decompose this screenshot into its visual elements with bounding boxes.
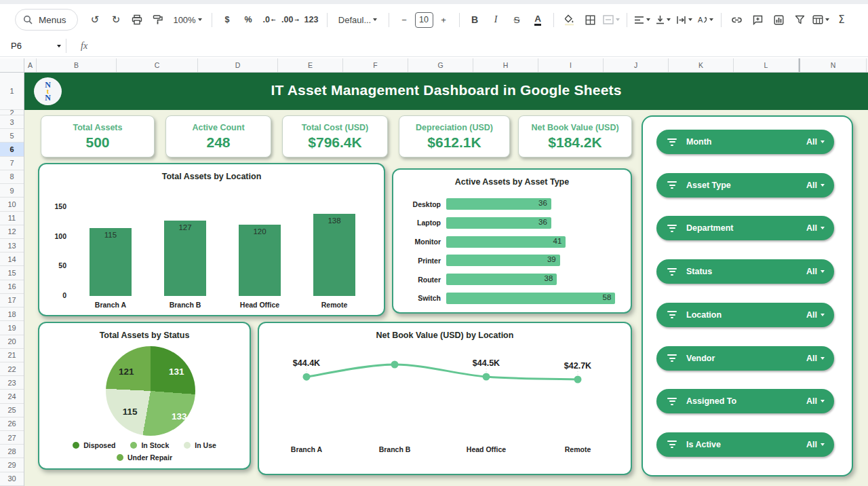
text-wrap-button[interactable] xyxy=(674,10,695,29)
text-rotation-button[interactable]: A xyxy=(695,10,716,29)
select-all-corner[interactable] xyxy=(0,58,24,72)
redo-button[interactable]: ↻ xyxy=(106,10,127,29)
format-currency-button[interactable]: $ xyxy=(217,10,238,29)
row-header-15[interactable]: 15 xyxy=(0,266,24,280)
row-header-27[interactable]: 27 xyxy=(0,431,24,445)
row-header-28[interactable]: 28 xyxy=(0,445,24,458)
row-header-23[interactable]: 23 xyxy=(0,376,24,390)
column-header-e[interactable]: E xyxy=(278,58,343,72)
format-percent-button[interactable]: % xyxy=(238,10,259,29)
slicer-value: All xyxy=(806,181,817,190)
table-views-button[interactable] xyxy=(810,10,831,29)
undo-button[interactable]: ↺ xyxy=(85,10,106,29)
column-header-g[interactable]: G xyxy=(408,58,473,72)
chart-total-assets-by-location[interactable]: Total Assets by Location1501005001151271… xyxy=(38,163,385,316)
row-header-30[interactable]: 30 xyxy=(0,472,24,486)
paint-format-button[interactable] xyxy=(148,10,169,29)
create-filter-button[interactable] xyxy=(789,10,810,29)
font-select[interactable]: Defaul... xyxy=(332,10,384,29)
row-header-21[interactable]: 21 xyxy=(0,349,24,362)
spreadsheet-canvas[interactable]: N t N IT Asset Management Dashboard in G… xyxy=(24,73,868,486)
functions-button[interactable]: Σ xyxy=(831,10,852,29)
name-box[interactable]: P6 xyxy=(0,41,61,51)
decrease-decimal-button[interactable]: .0← xyxy=(259,10,280,29)
insert-chart-button[interactable] xyxy=(768,10,789,29)
slicer-department[interactable]: DepartmentAll xyxy=(656,216,834,240)
row-header-22[interactable]: 22 xyxy=(0,362,24,376)
column-header-a[interactable]: A xyxy=(24,58,37,72)
column-header-n[interactable]: N xyxy=(799,58,867,72)
decrease-font-size-button[interactable]: − xyxy=(394,10,415,29)
row-header-1[interactable]: 1 xyxy=(0,73,24,110)
slicer-value-dropdown[interactable]: All xyxy=(806,137,825,147)
chart-active-assets-by-asset-type[interactable]: Active Assets by Asset TypeDesktop36Lapt… xyxy=(392,168,632,314)
row-header-2[interactable]: 2 xyxy=(0,110,24,115)
row-header-10[interactable]: 10 xyxy=(0,198,24,211)
column-header-f[interactable]: F xyxy=(343,58,408,72)
row-header-19[interactable]: 19 xyxy=(0,321,24,335)
row-header-9[interactable]: 9 xyxy=(0,184,24,198)
row-header-16[interactable]: 16 xyxy=(0,280,24,294)
row-header-20[interactable]: 20 xyxy=(0,335,24,349)
slicer-value-dropdown[interactable]: All xyxy=(806,267,825,276)
row-header-12[interactable]: 12 xyxy=(0,225,24,239)
row-header-8[interactable]: 8 xyxy=(0,170,24,184)
slicer-vendor[interactable]: VendorAll xyxy=(656,346,834,371)
chart-total-assets-by-status[interactable]: Total Assets by Status131133115121Dispos… xyxy=(38,322,251,470)
row-header-7[interactable]: 7 xyxy=(0,157,24,170)
slicer-value-dropdown[interactable]: All xyxy=(806,440,825,449)
borders-button[interactable] xyxy=(580,10,601,29)
column-header-i[interactable]: I xyxy=(538,58,604,72)
column-header-d[interactable]: D xyxy=(198,58,278,72)
row-header-5[interactable]: 5 xyxy=(0,129,24,143)
increase-font-size-button[interactable]: + xyxy=(433,10,454,29)
italic-button[interactable]: I xyxy=(486,10,507,29)
menus-search[interactable]: Menus xyxy=(15,9,78,31)
row-header-25[interactable]: 25 xyxy=(0,404,24,417)
row-header-6[interactable]: 6 xyxy=(0,143,24,156)
slicer-is-active[interactable]: Is ActiveAll xyxy=(656,432,834,457)
slicer-value-dropdown[interactable]: All xyxy=(806,310,825,320)
slicer-value-dropdown[interactable]: All xyxy=(806,181,825,190)
slicer-value-dropdown[interactable]: All xyxy=(806,396,825,406)
slicer-month[interactable]: MonthAll xyxy=(656,130,834,154)
slicer-value-dropdown[interactable]: All xyxy=(806,354,825,363)
row-header-14[interactable]: 14 xyxy=(0,253,24,266)
formula-input[interactable] xyxy=(87,35,868,56)
row-header-26[interactable]: 26 xyxy=(0,417,24,431)
chart-net-book-value-usd-by-location[interactable]: Net Book Value (USD) by Location$44.4KBr… xyxy=(258,322,632,475)
slicer-asset-type[interactable]: Asset TypeAll xyxy=(656,173,834,198)
slicer-assigned-to[interactable]: Assigned ToAll xyxy=(656,389,834,413)
strikethrough-button[interactable]: S xyxy=(507,10,528,29)
column-header-c[interactable]: C xyxy=(117,58,198,72)
column-header-h[interactable]: H xyxy=(473,58,538,72)
font-size-input[interactable]: 10 xyxy=(415,12,433,28)
horizontal-align-button[interactable] xyxy=(632,10,653,29)
row-header-11[interactable]: 11 xyxy=(0,212,24,225)
slicer-location[interactable]: LocationAll xyxy=(656,303,834,327)
row-header-3[interactable]: 3 xyxy=(0,115,24,129)
merge-cells-button[interactable] xyxy=(601,10,622,29)
row-header-18[interactable]: 18 xyxy=(0,307,24,321)
increase-decimal-button[interactable]: .00→ xyxy=(280,10,301,29)
insert-link-button[interactable] xyxy=(726,10,747,29)
row-header-17[interactable]: 17 xyxy=(0,294,24,307)
zoom-select[interactable]: 100% xyxy=(169,10,207,29)
print-button[interactable] xyxy=(127,10,148,29)
column-header-j[interactable]: J xyxy=(604,58,669,72)
row-header-24[interactable]: 24 xyxy=(0,390,24,403)
row-header-29[interactable]: 29 xyxy=(0,458,24,472)
slicer-status[interactable]: StatusAll xyxy=(656,259,834,284)
text-color-button[interactable]: A xyxy=(528,10,549,29)
row-header-13[interactable]: 13 xyxy=(0,239,24,253)
fill-color-button[interactable] xyxy=(559,10,580,29)
category-labels: Branch ABranch BHead OfficeRemote xyxy=(73,301,372,309)
more-formats-button[interactable]: 123 xyxy=(301,10,322,29)
insert-comment-button[interactable] xyxy=(747,10,768,29)
column-header-b[interactable]: B xyxy=(37,58,117,72)
vertical-align-button[interactable] xyxy=(653,10,674,29)
slicer-value-dropdown[interactable]: All xyxy=(806,223,825,233)
column-header-l[interactable]: L xyxy=(734,58,799,72)
column-header-k[interactable]: K xyxy=(669,58,734,72)
bold-button[interactable]: B xyxy=(465,10,486,29)
